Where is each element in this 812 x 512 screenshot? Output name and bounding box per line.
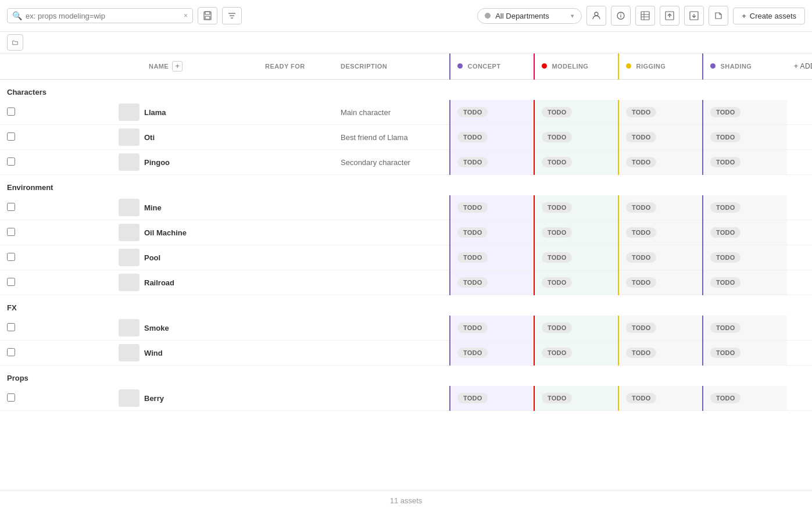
shading-task-cell[interactable]: TODO [703, 245, 787, 270]
asset-description: Main character [334, 100, 450, 125]
concept-task-cell[interactable]: TODO [450, 125, 534, 150]
toolbar-row2 [0, 32, 812, 53]
th-desc: DESCRIPTION [334, 53, 450, 80]
th-thumb [116, 53, 142, 80]
folder-button[interactable] [7, 34, 23, 51]
th-rigging: Rigging [618, 53, 703, 80]
department-dropdown[interactable]: All Departments ▾ [477, 8, 582, 24]
asset-thumbnail [119, 153, 139, 171]
add-tasks-label[interactable]: + Add tasks [794, 62, 812, 70]
modeling-task-cell[interactable]: TODO [534, 270, 618, 295]
rigging-task-cell[interactable]: TODO [618, 100, 703, 125]
asset-description [334, 220, 450, 245]
modeling-task-cell[interactable]: TODO [534, 100, 618, 125]
th-concept: Concept [450, 53, 534, 80]
modeling-task-cell[interactable]: TODO [534, 220, 618, 245]
rigging-task-cell[interactable]: TODO [618, 125, 703, 150]
info-icon-button[interactable] [611, 6, 631, 26]
shading-task-cell[interactable]: TODO [703, 125, 787, 150]
asset-name[interactable]: Wind [142, 341, 258, 366]
extra-task-cell [787, 316, 812, 341]
concept-task-cell[interactable]: TODO [450, 316, 534, 341]
asset-name[interactable]: Pool [142, 245, 258, 270]
shading-task-cell[interactable]: TODO [703, 270, 787, 295]
concept-task-cell[interactable]: TODO [450, 195, 534, 220]
asset-name[interactable]: Berry [142, 386, 258, 411]
row-checkbox[interactable] [7, 228, 15, 236]
table-view-button[interactable] [635, 6, 655, 26]
row-checkbox[interactable] [7, 203, 15, 211]
group-header-cell: Characters [0, 80, 812, 101]
modeling-task-cell[interactable]: TODO [534, 245, 618, 270]
asset-name[interactable]: Railroad [142, 270, 258, 295]
row-checkbox[interactable] [7, 278, 15, 286]
row-checkbox[interactable] [7, 323, 15, 331]
todo-badge: TODO [542, 132, 572, 142]
todo-badge: TODO [626, 277, 656, 288]
row-checkbox[interactable] [7, 393, 15, 402]
asset-thumbnail [119, 319, 139, 336]
row-thumb-cell [116, 386, 142, 411]
rigging-task-cell[interactable]: TODO [618, 150, 703, 175]
shading-task-cell[interactable]: TODO [703, 195, 787, 220]
concept-task-cell[interactable]: TODO [450, 270, 534, 295]
rigging-task-cell[interactable]: TODO [618, 220, 703, 245]
concept-task-cell[interactable]: TODO [450, 341, 534, 366]
group-header-row: Characters [0, 80, 812, 101]
todo-badge: TODO [542, 252, 572, 263]
clear-search-button[interactable]: × [184, 12, 188, 20]
rigging-task-cell[interactable]: TODO [618, 386, 703, 411]
rigging-task-cell[interactable]: TODO [618, 270, 703, 295]
asset-name[interactable]: Smoke [142, 316, 258, 341]
concept-task-cell[interactable]: TODO [450, 150, 534, 175]
asset-table-container: NAME + READY FOR DESCRIPTION Concept Mod… [0, 53, 812, 490]
asset-name[interactable]: Llama [142, 100, 258, 125]
row-checkbox[interactable] [7, 253, 15, 261]
rigging-task-cell[interactable]: TODO [618, 341, 703, 366]
create-assets-label: Create assets [750, 12, 796, 20]
filter-button[interactable] [222, 7, 242, 24]
asset-name[interactable]: Oti [142, 125, 258, 150]
person-icon-button[interactable] [586, 6, 606, 26]
export-button[interactable] [709, 6, 728, 26]
svg-rect-2 [205, 16, 210, 19]
asset-name[interactable]: Pingoo [142, 150, 258, 175]
rigging-task-cell[interactable]: TODO [618, 195, 703, 220]
rigging-task-cell[interactable]: TODO [618, 245, 703, 270]
row-checkbox[interactable] [7, 348, 15, 356]
download-button[interactable] [684, 6, 704, 26]
modeling-task-cell[interactable]: TODO [534, 316, 618, 341]
upload-button[interactable] [660, 6, 679, 26]
th-ready: READY FOR [258, 53, 334, 80]
row-checkbox[interactable] [7, 108, 15, 116]
shading-task-cell[interactable]: TODO [703, 150, 787, 175]
todo-badge: TODO [457, 132, 488, 142]
svg-point-9 [620, 13, 621, 15]
row-checkbox[interactable] [7, 157, 15, 166]
rigging-task-cell[interactable]: TODO [618, 316, 703, 341]
concept-task-cell[interactable]: TODO [450, 245, 534, 270]
asset-name[interactable]: Mine [142, 195, 258, 220]
modeling-task-cell[interactable]: TODO [534, 125, 618, 150]
todo-badge: TODO [457, 348, 488, 358]
todo-badge: TODO [710, 323, 741, 333]
shading-task-cell[interactable]: TODO [703, 100, 787, 125]
concept-task-cell[interactable]: TODO [450, 220, 534, 245]
name-col-label: NAME [149, 63, 169, 70]
add-column-button[interactable]: + [172, 61, 183, 71]
modeling-task-cell[interactable]: TODO [534, 341, 618, 366]
shading-task-cell[interactable]: TODO [703, 316, 787, 341]
save-search-button[interactable] [198, 7, 217, 24]
modeling-task-cell[interactable]: TODO [534, 386, 618, 411]
shading-task-cell[interactable]: TODO [703, 341, 787, 366]
shading-task-cell[interactable]: TODO [703, 220, 787, 245]
concept-task-cell[interactable]: TODO [450, 100, 534, 125]
row-checkbox[interactable] [7, 133, 15, 141]
concept-task-cell[interactable]: TODO [450, 386, 534, 411]
modeling-task-cell[interactable]: TODO [534, 195, 618, 220]
asset-name[interactable]: Oil Machine [142, 220, 258, 245]
search-input[interactable] [26, 12, 180, 20]
shading-task-cell[interactable]: TODO [703, 386, 787, 411]
create-assets-button[interactable]: + Create assets [733, 8, 805, 24]
modeling-task-cell[interactable]: TODO [534, 150, 618, 175]
